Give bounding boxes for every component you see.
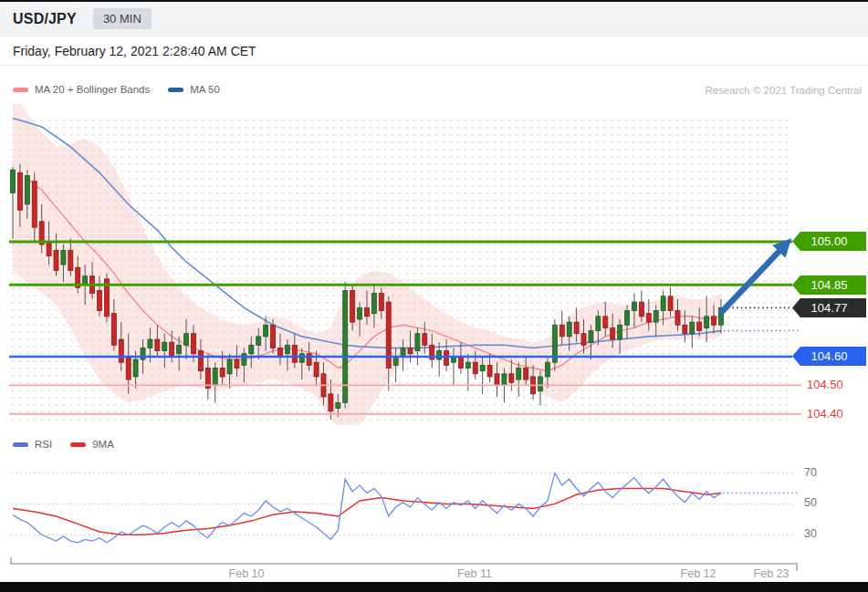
trading-central-chart-widget: USD/JPY 30 MIN Friday, February 12, 2021… [0,0,868,592]
rsi-gridlines [11,473,796,535]
x-axis-label-feb-11: Feb 11 [457,567,492,580]
forecast-up-arrow [720,249,781,314]
rsi-tick-70: 70 [804,466,817,479]
x-axis-label-feb-12: Feb 12 [681,567,716,580]
legend-item-rsi: RSI [13,439,52,450]
price-label-105-00: 105.00 [792,232,866,251]
bollinger-band-area [13,92,721,434]
legend-label: RSI [35,439,52,450]
indicator-legend: RSI9MA [13,439,114,450]
chart-canvas [0,2,868,592]
price-label-104-40: 104.40 [807,407,843,421]
legend-item-9ma: 9MA [70,439,114,450]
legend-swatch [70,442,86,447]
bottom-bar [0,582,868,592]
x-axis-label-feb-10: Feb 10 [229,567,265,580]
legend-swatch [13,442,28,447]
price-label-104-85: 104.85 [792,275,866,295]
rsi-line [13,473,721,543]
rsi-tick-30: 30 [804,527,817,540]
forecast-axis-bracket [11,557,797,571]
price-label-104-60: 104.60 [792,347,866,366]
price-label-104-50: 104.50 [807,378,843,391]
x-axis-label-feb-23: Feb 23 [754,567,790,580]
rsi-tick-50: 50 [804,496,817,509]
price-label-104-77: 104.77 [792,298,866,317]
legend-label: 9MA [92,439,114,450]
